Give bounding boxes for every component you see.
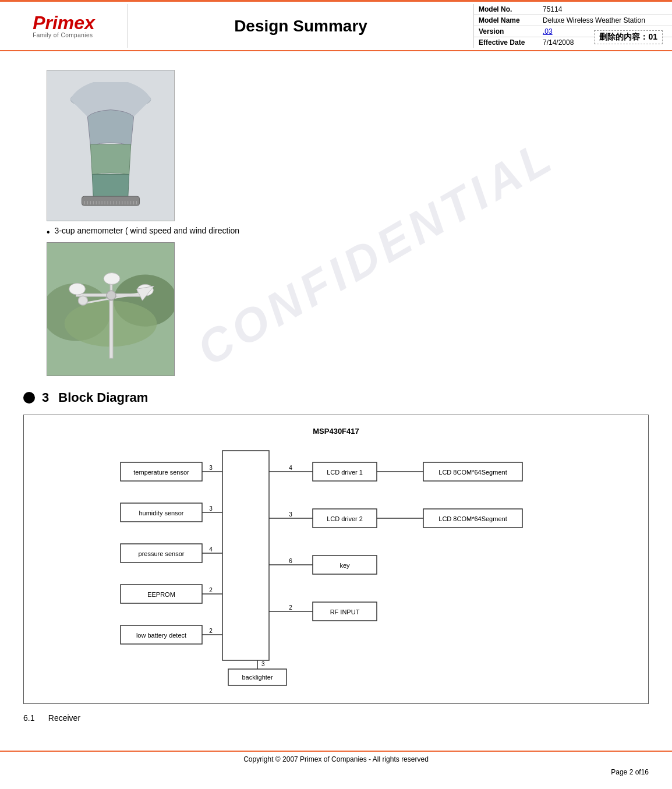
version-label: Version (479, 27, 543, 36)
bullet-text: 3-cup anemometer ( wind speed and wind d… (55, 226, 240, 235)
page-header: Primex Family of Companies Design Summar… (0, 0, 672, 51)
sub-section-number: 6.1 (23, 713, 34, 723)
model-name-value: Deluxe Wireless Weather Station (543, 16, 645, 24)
document-title: Design Summary (128, 4, 474, 48)
svg-text:6: 6 (289, 558, 292, 564)
svg-text:4: 4 (209, 546, 213, 553)
svg-point-31 (104, 273, 120, 285)
section-3-heading: 3 Block Diagram (23, 390, 649, 405)
svg-text:pressure sensor: pressure sensor (139, 550, 185, 557)
main-content: CONFIDENTIAL (0, 51, 672, 737)
model-name-row: Model Name Deluxe Wireless Weather Stati… (474, 15, 672, 26)
svg-text:EEPROM: EEPROM (147, 591, 175, 598)
sub-section-title: Receiver (48, 713, 80, 723)
page-number: Page 2 of16 (0, 768, 672, 776)
svg-text:temperature sensor: temperature sensor (133, 469, 189, 476)
svg-text:LCD driver 1: LCD driver 1 (327, 469, 363, 476)
svg-text:LCD 8COM*64Segment: LCD 8COM*64Segment (438, 469, 507, 476)
logo-area: Primex Family of Companies (0, 4, 128, 48)
svg-text:3: 3 (209, 465, 213, 471)
wind-sensor-svg (47, 242, 174, 376)
svg-text:LCD driver 2: LCD driver 2 (327, 515, 363, 522)
effective-date-value: 7/14/2008 (543, 38, 574, 47)
svg-text:RF INPUT: RF INPUT (330, 608, 360, 615)
svg-text:3: 3 (261, 661, 265, 667)
section-title: Block Diagram (58, 390, 148, 405)
effective-date-label: Effective Date (479, 38, 543, 47)
block-diagram-svg: temperature sensor humidity sensor press… (36, 445, 636, 689)
svg-text:2: 2 (209, 628, 213, 634)
svg-text:2: 2 (289, 604, 292, 611)
svg-text:low battery detect: low battery detect (136, 632, 186, 639)
model-no-row: Model No. 75114 (474, 4, 672, 15)
sub-section-6-1: 6.1 Receiver (23, 713, 649, 723)
diagram-title: MSP430F417 (36, 427, 636, 436)
svg-point-28 (69, 283, 86, 295)
block-diagram: MSP430F417 temperature sensor humidity s… (23, 415, 649, 704)
section-number: 3 (42, 390, 49, 405)
copyright-text: Copyright © 2007 Primex of Companies - A… (243, 755, 429, 763)
deleted-annotation: 删除的内容：01 (594, 30, 663, 44)
svg-text:humidity sensor: humidity sensor (139, 510, 183, 516)
section-bullet-icon (23, 392, 35, 404)
svg-point-34 (107, 291, 116, 300)
rain-gauge-image (47, 70, 175, 221)
svg-text:4: 4 (289, 465, 292, 471)
version-value: .03 (543, 27, 553, 36)
logo: Primex Family of Companies (33, 13, 95, 38)
bullet-icon: • (47, 227, 50, 238)
watermark: CONFIDENTIAL (188, 129, 564, 376)
logo-sub: Family of Companies (33, 32, 93, 38)
model-name-label: Model Name (479, 16, 543, 24)
model-no-value: 75114 (543, 5, 562, 13)
bullet-anemometer: • 3-cup anemometer ( wind speed and wind… (47, 226, 649, 238)
svg-text:backlighter: backlighter (242, 674, 273, 681)
svg-rect-46 (222, 451, 269, 660)
svg-text:2: 2 (209, 587, 213, 593)
svg-point-35 (79, 296, 88, 305)
model-no-label: Model No. (479, 5, 543, 13)
svg-text:3: 3 (209, 505, 213, 512)
svg-rect-26 (109, 300, 113, 358)
wind-sensor-image (47, 242, 175, 376)
svg-text:3: 3 (289, 511, 292, 518)
page-footer: Copyright © 2007 Primex of Companies - A… (0, 751, 672, 767)
svg-text:LCD 8COM*64Segment: LCD 8COM*64Segment (438, 515, 507, 522)
svg-text:key: key (339, 562, 350, 569)
logo-name: Primex (33, 13, 95, 32)
rain-gauge-svg (47, 70, 174, 221)
